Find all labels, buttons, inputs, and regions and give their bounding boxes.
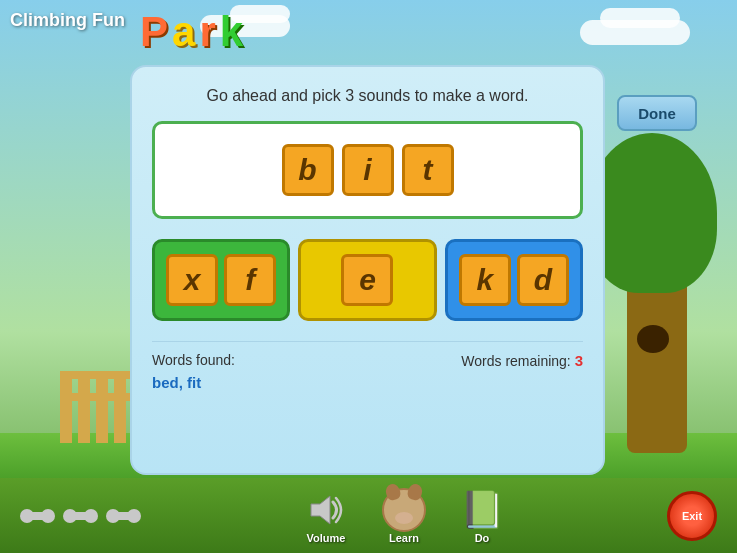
do-label: Do (475, 532, 490, 544)
dog-face (382, 488, 426, 532)
fence (60, 363, 140, 443)
sound-group-blue[interactable]: k d (445, 239, 583, 321)
sound-tile-f[interactable]: f (224, 254, 276, 306)
bottom-bar: Volume Learn 📗 Do Exit (0, 478, 737, 553)
sound-tile-k[interactable]: k (459, 254, 511, 306)
word-letter-b: b (282, 144, 334, 196)
bone-1 (20, 506, 55, 526)
tree-hole (637, 325, 669, 353)
cloud-2b (600, 8, 680, 28)
words-found-label: Words found: (152, 352, 368, 368)
park-r: r (199, 8, 215, 56)
bone-3 (106, 506, 141, 526)
sound-group-green[interactable]: x f (152, 239, 290, 321)
words-found-section: Words found: bed, fit (152, 352, 368, 391)
app-title: Climbing Fun (10, 10, 125, 31)
nav-items: Volume Learn 📗 Do (302, 488, 506, 544)
park-a: a (172, 8, 195, 56)
volume-icon (302, 488, 350, 532)
learn-nav-item[interactable]: Learn (380, 488, 428, 544)
word-letter-t: t (402, 144, 454, 196)
learn-label: Learn (389, 532, 419, 544)
bone-2 (63, 506, 98, 526)
word-letter-i: i (342, 144, 394, 196)
sound-group-yellow[interactable]: e (298, 239, 436, 321)
sound-tiles-row: x f e k d (152, 239, 583, 321)
done-button[interactable]: Done (617, 95, 697, 131)
exit-label: Exit (682, 510, 702, 522)
sound-tile-e[interactable]: e (341, 254, 393, 306)
main-panel: Go ahead and pick 3 sounds to make a wor… (130, 65, 605, 475)
do-nav-item[interactable]: 📗 Do (458, 488, 506, 544)
word-display-box: b i t (152, 121, 583, 219)
words-remaining-label: Words remaining: 3 (368, 352, 584, 369)
svg-marker-0 (311, 496, 330, 524)
words-remaining-count: 3 (575, 352, 583, 369)
sound-tile-x[interactable]: x (166, 254, 218, 306)
sound-tile-d[interactable]: d (517, 254, 569, 306)
exit-button[interactable]: Exit (667, 491, 717, 541)
volume-label: Volume (307, 532, 346, 544)
book-icon: 📗 (458, 488, 506, 532)
words-found-list: bed, fit (152, 374, 368, 391)
volume-nav-item[interactable]: Volume (302, 488, 350, 544)
park-logo: P a r k (140, 8, 243, 56)
tree-top (587, 133, 717, 293)
learn-dog-icon (380, 488, 428, 532)
park-k: k (220, 8, 243, 56)
instruction-text: Go ahead and pick 3 sounds to make a wor… (152, 87, 583, 105)
park-p: P (140, 8, 168, 56)
words-remaining-section: Words remaining: 3 (368, 352, 584, 375)
words-section: Words found: bed, fit Words remaining: 3 (152, 352, 583, 391)
bones-container (20, 506, 141, 526)
divider (152, 341, 583, 342)
